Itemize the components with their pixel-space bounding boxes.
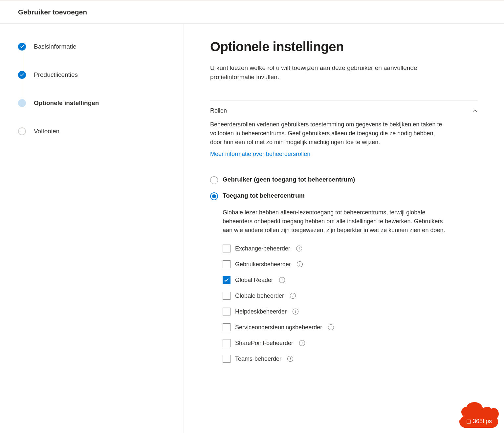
step-label: Productlicenties [34,71,78,78]
radio-label: Gebruiker (geen toegang tot beheercentru… [223,176,355,183]
info-icon[interactable]: i [293,309,298,314]
stepper: Basisinformatie Productlicenties Optione… [18,43,165,135]
admin-role-list: Exchange-beheerder i Gebruikersbeheerder… [223,245,478,363]
page-title: Gebruiker toevoegen [18,8,87,16]
wizard-sidebar: Basisinformatie Productlicenties Optione… [0,24,184,433]
role-label: Gebruikersbeheerder [235,261,291,268]
watermark-365tips: ◻ 365tips [459,402,499,428]
radio-icon [210,176,218,184]
info-icon[interactable]: i [279,277,285,283]
radio-user-no-admin[interactable]: Gebruiker (geen toegang tot beheercentru… [210,176,478,184]
radio-selected-icon [210,192,218,200]
radio-admin-description: Globale lezer hebben alleen-lezentoegang… [223,208,446,235]
info-icon[interactable]: i [328,324,334,330]
step-voltooien[interactable]: Voltooien [18,127,165,135]
step-productlicenties[interactable]: Productlicenties [18,71,165,99]
step-connector [22,79,22,99]
checkbox-icon [223,308,230,315]
step-connector [22,51,22,71]
step-basisinformatie[interactable]: Basisinformatie [18,43,165,71]
roles-title: Rollen [210,107,227,114]
radio-label: Toegang tot beheercentrum [223,192,305,199]
role-global-reader[interactable]: Global Reader i [223,276,478,284]
role-label: SharePoint-beheerder [235,340,293,347]
role-label: Globale beheerder [235,292,284,299]
role-label: Teams-beheerder [235,356,281,362]
role-label: Global Reader [235,277,273,284]
chevron-up-icon [472,108,478,114]
info-icon[interactable]: i [296,246,302,251]
role-teams-beheerder[interactable]: Teams-beheerder i [223,355,478,363]
checkbox-icon [223,245,230,252]
roles-learn-more-link[interactable]: Meer informatie over beheerdersrollen [210,151,310,158]
checkbox-icon [223,323,230,331]
topbar: Gebruiker toevoegen [0,0,504,24]
radio-admin-access[interactable]: Toegang tot beheercentrum [210,192,478,200]
role-helpdeskbeheerder[interactable]: Helpdeskbeheerder i [223,308,478,315]
role-label: Serviceondersteuningsbeheerder [235,324,322,331]
roles-description: Beheerdersrollen verlenen gebruikers toe… [210,120,447,147]
info-icon[interactable]: i [287,356,293,362]
roles-toggle[interactable]: Rollen [210,107,478,120]
role-globale-beheerder[interactable]: Globale beheerder i [223,292,478,300]
checkbox-icon [223,339,230,347]
role-label: Helpdeskbeheerder [235,308,287,315]
role-sharepoint-beheerder[interactable]: SharePoint-beheerder i [223,339,478,347]
step-label: Basisinformatie [34,43,77,50]
roles-section: Rollen Beheerdersrollen verlenen gebruik… [210,100,478,363]
step-label: Optionele instellingen [34,99,99,107]
checkbox-checked-icon [223,276,230,284]
step-future-icon [18,127,26,135]
main-heading: Optionele instellingen [210,39,478,54]
step-optionele-instellingen[interactable]: Optionele instellingen [18,99,165,127]
step-current-icon [18,99,26,107]
step-connector [22,107,22,127]
checkbox-icon [223,260,230,268]
checkmark-icon [18,71,26,79]
checkbox-icon [223,292,230,300]
info-icon[interactable]: i [297,261,303,267]
main-intro: U kunt kiezen welke rol u wilt toewijzen… [210,63,460,81]
role-label: Exchange-beheerder [235,245,290,252]
role-serviceondersteuningsbeheerder[interactable]: Serviceondersteuningsbeheerder i [223,323,478,331]
checkbox-icon [223,355,230,363]
checkmark-icon [18,43,26,51]
info-icon[interactable]: i [299,340,305,346]
role-gebruikersbeheerder[interactable]: Gebruikersbeheerder i [223,260,478,268]
main-content: Optionele instellingen U kunt kiezen wel… [184,24,504,433]
info-icon[interactable]: i [290,293,296,299]
role-exchange-beheerder[interactable]: Exchange-beheerder i [223,245,478,252]
svg-text:◻ 365tips: ◻ 365tips [466,418,492,424]
step-label: Voltooien [34,128,59,135]
